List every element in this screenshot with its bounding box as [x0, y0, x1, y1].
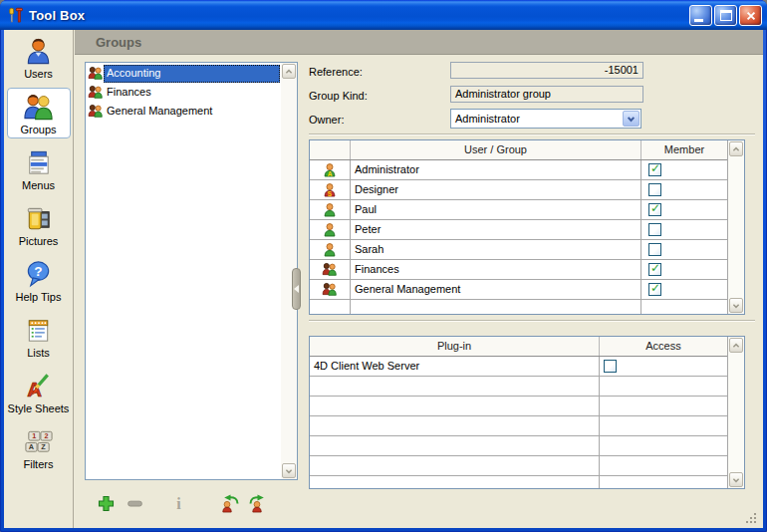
member-checkbox[interactable] [648, 243, 661, 256]
owner-label: Owner: [309, 114, 344, 126]
reference-field: -15001 [450, 62, 643, 79]
member-checkbox[interactable] [648, 283, 661, 296]
sidebar-item-label: Style Sheets [8, 402, 70, 414]
group-name: General Management [104, 103, 280, 121]
window-controls [689, 5, 762, 26]
member-checkbox[interactable] [648, 223, 661, 236]
style-sheets[interactable]: Style Sheets [7, 367, 71, 417]
help-tips[interactable]: Help Tips [7, 255, 71, 306]
info-icon [170, 495, 187, 512]
member-name: Administrator [351, 160, 641, 179]
sidebar-item-label: Filters [8, 458, 70, 470]
chevron-down-icon [730, 300, 742, 312]
group-kind-field: Administrator group [450, 86, 643, 103]
chevron-up-icon [730, 340, 742, 352]
filters[interactable]: Filters [7, 422, 71, 473]
member-checkbox[interactable] [648, 183, 661, 196]
user-icon [322, 242, 338, 258]
owner-dropdown-button[interactable] [623, 111, 639, 127]
member-checkbox[interactable] [648, 163, 661, 176]
owner-value: Administrator [455, 112, 520, 127]
load-users-button[interactable] [220, 493, 240, 513]
member-name [351, 300, 641, 315]
plugin-name [310, 476, 600, 489]
member-row[interactable]: General Management [310, 280, 727, 300]
member-row[interactable] [310, 300, 727, 315]
lists[interactable]: Lists [7, 311, 71, 362]
close-button[interactable] [739, 5, 762, 26]
scroll-down-button[interactable] [729, 472, 743, 487]
scroll-down-button[interactable] [729, 298, 743, 313]
members-scrollbar[interactable] [727, 140, 744, 314]
plugin-row[interactable] [310, 436, 727, 456]
plugin-name [310, 456, 600, 475]
member-row[interactable]: Designer [310, 180, 727, 200]
resize-grip[interactable] [754, 521, 756, 523]
plugin-row[interactable] [310, 397, 727, 416]
plugins-table-header: Plug-in Access [310, 337, 727, 357]
scroll-up-button[interactable] [729, 338, 743, 353]
minus-icon [127, 495, 143, 512]
group-list-item[interactable]: Accounting [86, 64, 280, 83]
side-menus-icon [23, 147, 54, 178]
member-row[interactable]: Peter [310, 220, 727, 240]
member-name: Peter [351, 220, 641, 239]
scroll-up-button[interactable] [729, 141, 743, 156]
window-title: Tool Box [29, 8, 85, 23]
group-list-item[interactable]: Finances [86, 83, 280, 102]
panel-splitter[interactable] [292, 268, 301, 310]
titlebar[interactable]: Tool Box [0, 0, 767, 30]
sidebar-item-label: Lists [8, 347, 70, 359]
scroll-up-button[interactable] [282, 64, 296, 79]
group-icon [88, 104, 104, 120]
group-list-item[interactable]: General Management [86, 102, 280, 121]
member-column-header: Member [641, 140, 727, 159]
member-checkbox[interactable] [648, 203, 661, 216]
plugin-row[interactable] [310, 377, 727, 397]
scroll-down-button[interactable] [282, 463, 296, 478]
chevron-down-icon [730, 474, 742, 486]
separator [309, 133, 755, 135]
plugins-scrollbar[interactable] [727, 337, 744, 488]
member-checkbox[interactable] [648, 263, 661, 276]
side-lists-icon [23, 315, 54, 346]
chevron-up-icon [283, 66, 295, 78]
plugin-name [310, 397, 600, 415]
plugin-row[interactable] [310, 476, 727, 489]
member-row[interactable]: Sarah [310, 240, 727, 260]
side-filters-icon [23, 426, 54, 457]
member-name: Sarah [351, 240, 641, 259]
owner-select[interactable]: Administrator [450, 109, 641, 129]
plugins-table: Plug-in Access 4D Client Web Server [309, 336, 745, 489]
group-name: Accounting [104, 65, 280, 83]
group-icon [88, 85, 104, 101]
add-group-button[interactable] [96, 493, 116, 513]
page-title: Groups [96, 35, 141, 50]
info-button[interactable] [168, 493, 188, 513]
maximize-button[interactable] [714, 5, 737, 26]
save-users-button[interactable] [248, 493, 268, 513]
access-checkbox[interactable] [604, 360, 617, 373]
plugin-row[interactable]: 4D Client Web Server [310, 357, 727, 377]
access-column-header: Access [600, 337, 727, 356]
plugin-column-header: Plug-in [310, 337, 600, 356]
plugin-row[interactable] [310, 416, 727, 436]
users[interactable]: Users [7, 32, 71, 83]
group-list: Accounting Finances General Management [85, 62, 298, 480]
members-table: User / Group Member Administrator [309, 139, 745, 315]
menus[interactable]: Menus [7, 143, 71, 194]
load-users-icon [220, 494, 240, 513]
side-helptips-icon [23, 259, 54, 290]
plugin-row[interactable] [310, 456, 727, 476]
member-row[interactable]: Administrator [310, 160, 727, 180]
member-row[interactable]: Paul [310, 200, 727, 220]
groups[interactable]: Groups [7, 88, 71, 138]
pictures[interactable]: Pictures [7, 199, 71, 250]
sidebar-item-label: Menus [8, 179, 70, 191]
minimize-button[interactable] [689, 5, 712, 26]
plugin-name [310, 416, 600, 435]
plugin-name: 4D Client Web Server [310, 357, 600, 376]
save-users-icon [248, 494, 268, 513]
remove-group-button[interactable] [125, 493, 144, 513]
member-row[interactable]: Finances [310, 260, 727, 280]
